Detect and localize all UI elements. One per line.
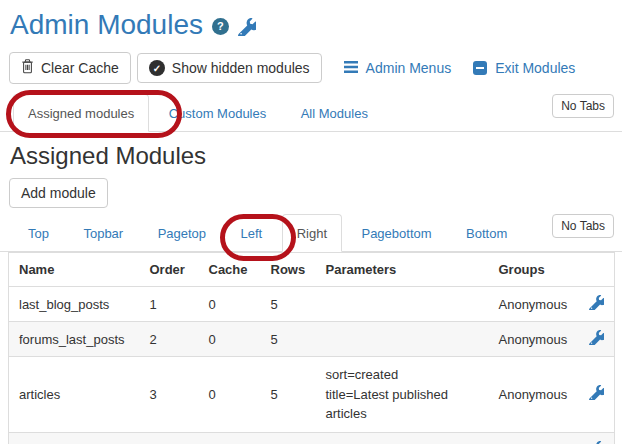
tab-left[interactable]: Left — [226, 214, 278, 252]
page-title: Admin Modules ? — [10, 8, 622, 41]
tab-all-modules[interactable]: All Modules — [286, 94, 383, 132]
toolbar: Clear Cache ✓ Show hidden modules Admin … — [9, 52, 622, 84]
no-tabs-button-bottom[interactable]: No Tabs — [552, 214, 614, 238]
hamburger-icon — [344, 60, 358, 76]
column-header-order: Order — [140, 253, 199, 287]
tab-top[interactable]: Top — [13, 214, 64, 252]
tab-assigned-modules[interactable]: Assigned modules — [13, 94, 149, 132]
table-row: forums_last_posts 2 0 5 Anonymous — [9, 322, 615, 357]
module-name: articles — [9, 357, 140, 433]
tab-pagetop[interactable]: Pagetop — [143, 214, 221, 252]
check-circle-icon: ✓ — [149, 60, 165, 76]
add-module-button[interactable]: Add module — [9, 178, 108, 208]
module-name: My Poll — [9, 432, 140, 444]
column-header-parameters: Parameters — [316, 253, 489, 287]
no-tabs-button-top[interactable]: No Tabs — [552, 94, 614, 118]
module-rows[interactable]: 5 — [261, 322, 316, 357]
tab-pagebottom[interactable]: Pagebottom — [346, 214, 446, 252]
module-parameters — [316, 287, 489, 322]
column-header-cache: Cache — [199, 253, 261, 287]
clear-cache-button[interactable]: Clear Cache — [9, 52, 131, 84]
exit-modules-link[interactable]: Exit Modules — [473, 60, 575, 76]
admin-menus-link[interactable]: Admin Menus — [344, 60, 452, 76]
module-order[interactable]: 3 — [140, 357, 199, 433]
module-name: forums_last_posts — [9, 322, 140, 357]
help-icon[interactable]: ? — [212, 18, 229, 35]
module-order[interactable]: 1 — [140, 287, 199, 322]
module-cache[interactable]: 0 — [199, 287, 261, 322]
clear-cache-label: Clear Cache — [41, 60, 119, 76]
page-title-text: Admin Modules — [10, 8, 203, 41]
edit-wrench-icon[interactable] — [589, 330, 604, 345]
tab-topbar[interactable]: Topbar — [68, 214, 138, 252]
module-groups: Anonymous — [489, 357, 579, 433]
tab-bottom[interactable]: Bottom — [451, 214, 522, 252]
trash-icon — [21, 59, 34, 77]
module-rows[interactable]: 10 — [261, 432, 316, 444]
module-cache[interactable]: 0 — [199, 432, 261, 444]
column-header-actions — [579, 253, 615, 287]
column-header-rows: Rows — [261, 253, 316, 287]
tab-custom-modules[interactable]: Custom Modules — [154, 94, 282, 132]
show-hidden-modules-button[interactable]: ✓ Show hidden modules — [137, 53, 322, 83]
table-row: My Poll 4 0 10 Anonymous — [9, 432, 615, 444]
table-row: last_blog_posts 1 0 5 Anonymous — [9, 287, 615, 322]
module-order[interactable]: 4 — [140, 432, 199, 444]
modules-table: Name Order Cache Rows Parameters Groups … — [8, 252, 615, 444]
column-header-name: Name — [9, 253, 140, 287]
edit-wrench-icon[interactable] — [589, 295, 604, 310]
module-groups: Anonymous — [489, 287, 579, 322]
table-row: articles 3 0 5 sort=created title=Latest… — [9, 357, 615, 433]
table-header-row: Name Order Cache Rows Parameters Groups — [9, 253, 615, 287]
module-name: last_blog_posts — [9, 287, 140, 322]
module-rows[interactable]: 5 — [261, 287, 316, 322]
admin-modules-page: Admin Modules ? Clear Cache ✓ Show hidde… — [0, 0, 622, 444]
module-order[interactable]: 2 — [140, 322, 199, 357]
edit-wrench-icon[interactable] — [589, 385, 604, 400]
module-groups: Anonymous — [489, 432, 579, 444]
minus-square-icon — [473, 61, 487, 75]
show-hidden-modules-label: Show hidden modules — [172, 60, 310, 76]
admin-menus-label: Admin Menus — [366, 60, 452, 76]
module-tabs-bar: Assigned modules Custom Modules All Modu… — [0, 94, 622, 132]
edit-wrench-icon[interactable] — [589, 441, 604, 444]
module-groups: Anonymous — [489, 322, 579, 357]
module-cache[interactable]: 0 — [199, 322, 261, 357]
tab-right[interactable]: Right — [282, 214, 342, 252]
module-rows[interactable]: 5 — [261, 357, 316, 433]
module-parameters — [316, 432, 489, 444]
module-parameters: sort=created title=Latest published arti… — [316, 357, 489, 433]
module-parameters — [316, 322, 489, 357]
section-heading: Assigned Modules — [10, 142, 622, 170]
position-tabs-bar: Top Topbar Pagetop Left Right Pagebottom… — [0, 214, 622, 252]
column-header-groups: Groups — [489, 253, 579, 287]
exit-modules-label: Exit Modules — [495, 60, 575, 76]
module-cache[interactable]: 0 — [199, 357, 261, 433]
wrench-icon[interactable] — [238, 18, 256, 36]
add-module-row: Add module — [9, 178, 622, 208]
